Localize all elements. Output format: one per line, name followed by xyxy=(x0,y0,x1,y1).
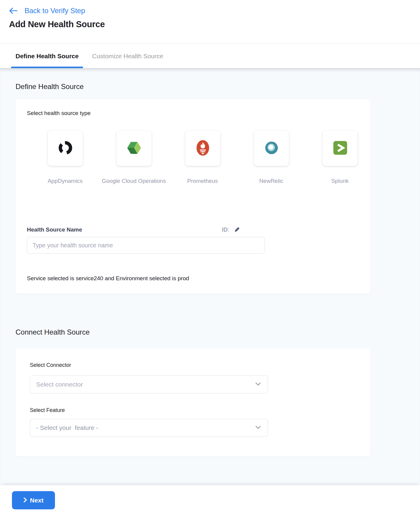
source-tile-appdynamics[interactable] xyxy=(48,131,83,166)
source-label-prometheus: Prometheus xyxy=(168,178,237,184)
back-arrow-icon[interactable] xyxy=(9,7,18,14)
source-tile-newrelic[interactable] xyxy=(254,131,289,166)
health-source-name-input[interactable] xyxy=(27,237,265,254)
service-environment-note: Service selected is service240 and Envir… xyxy=(27,275,358,282)
connect-health-source-card: Select Connector Select connector Select… xyxy=(16,348,370,456)
select-type-label: Select health source type xyxy=(27,110,358,117)
chevron-right-icon xyxy=(23,497,27,504)
source-tile-splunk[interactable] xyxy=(323,131,358,166)
next-button-label: Next xyxy=(30,497,44,504)
source-label-splunk: Splunk xyxy=(306,178,374,184)
tab-bar: Define Health Source Customize Health So… xyxy=(0,44,420,68)
page-header: Back to Verify Step Add New Health Sourc… xyxy=(0,0,420,44)
tab-label: Define Health Source xyxy=(16,53,79,60)
next-button[interactable]: Next xyxy=(12,491,55,509)
feature-select[interactable]: - Select your feature - xyxy=(30,419,268,437)
define-section-heading: Define Health Source xyxy=(0,68,420,91)
feature-select-placeholder: - Select your feature - xyxy=(36,424,98,431)
back-link[interactable]: Back to Verify Step xyxy=(24,7,85,15)
connector-select-placeholder: Select connector xyxy=(36,381,83,388)
page-title: Add New Health Source xyxy=(9,19,420,29)
connect-section-heading: Connect Health Source xyxy=(0,294,420,336)
define-health-source-card: Select health source type xyxy=(16,99,370,294)
source-tiles-row xyxy=(48,131,358,166)
tab-label: Customize Health Source xyxy=(92,53,163,60)
google-cloud-operations-icon xyxy=(127,141,142,156)
page-footer: Next xyxy=(0,485,420,514)
select-feature-label: Select Feature xyxy=(30,407,356,413)
health-source-name-label: Health Source Name xyxy=(27,226,82,233)
source-tile-prometheus[interactable] xyxy=(185,131,220,166)
main-content: Define Health Source Select health sourc… xyxy=(0,68,420,485)
edit-id-button[interactable] xyxy=(234,226,240,233)
appdynamics-icon xyxy=(58,140,73,157)
source-tile-google-cloud-operations[interactable] xyxy=(117,131,151,166)
tab-customize-health-source[interactable]: Customize Health Source xyxy=(88,44,168,68)
source-label-newrelic: NewRelic xyxy=(237,178,306,184)
id-group: ID: xyxy=(222,226,240,233)
source-label-google-cloud-operations: Google Cloud Operations xyxy=(99,178,168,184)
source-label-appdynamics: AppDynamics xyxy=(31,178,99,184)
pencil-icon xyxy=(234,226,240,233)
id-label: ID: xyxy=(222,226,229,233)
newrelic-icon xyxy=(265,141,278,156)
chevron-down-icon xyxy=(255,380,262,389)
tab-define-health-source[interactable]: Define Health Source xyxy=(11,44,83,68)
source-labels-row: AppDynamics Google Cloud Operations Prom… xyxy=(31,178,358,184)
connector-select[interactable]: Select connector xyxy=(30,376,268,393)
back-row: Back to Verify Step xyxy=(9,7,420,15)
prometheus-icon xyxy=(196,140,210,157)
select-connector-label: Select Connector xyxy=(30,362,356,368)
chevron-down-icon xyxy=(255,424,262,432)
splunk-icon xyxy=(333,141,347,156)
health-source-name-row: Health Source Name ID: xyxy=(27,226,240,233)
